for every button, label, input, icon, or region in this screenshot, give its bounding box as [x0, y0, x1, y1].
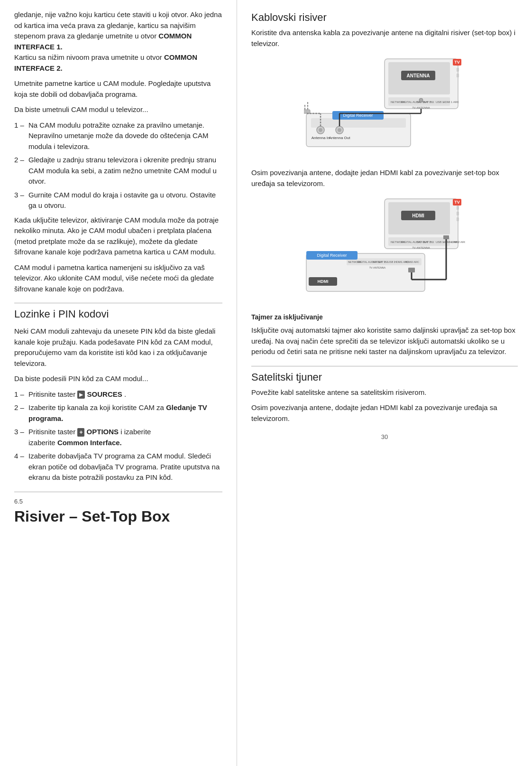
satelitski-title: Satelitski tjuner [251, 371, 518, 383]
cam-steps: 1 – Na CAM modulu potražite oznake za pr… [14, 120, 222, 211]
sat-para2: Osim povezivanja antene, dodajte jedan H… [251, 402, 518, 424]
para3: Da biste umetnuli CAM modul u televizor.… [14, 104, 222, 115]
step2-text: Gledajte u zadnju stranu televizora i ok… [28, 155, 222, 187]
divider-2 [14, 492, 222, 492]
step-l3-text: Pritisnite taster [28, 428, 75, 436]
svg-text:Digital Receiver: Digital Receiver [317, 253, 347, 258]
svg-point-18 [419, 98, 423, 102]
svg-text:Antenna Out: Antenna Out [329, 136, 351, 140]
page-number: 30 [251, 433, 518, 440]
pin-step-1: 1 – Pritisnite taster ▶ SOURCES . [14, 389, 222, 400]
common-interface-menu-label: Common Interface. [57, 439, 122, 447]
sources-icon: ▶ [77, 391, 85, 399]
svg-rect-11 [457, 68, 459, 72]
svg-text:TV ANTENNA: TV ANTENNA [412, 246, 430, 249]
pin-step-3: 3 – Pritisnite taster + OPTIONS i izaber… [14, 427, 222, 448]
antenna-diagram-svg: NETWORK DIGITAL AUDIO OUT SAT 1 SAT 2 75… [304, 56, 465, 161]
svg-rect-44 [457, 206, 459, 210]
svg-text:TV ANTENNA: TV ANTENNA [369, 266, 386, 269]
svg-text:HDMI: HDMI [412, 213, 424, 218]
hdmi-diagram: HDMI TV NETWORK DIGITAL AUDIO OUT SAT 1 … [251, 196, 518, 306]
svg-point-22 [319, 128, 322, 132]
svg-text:HDMI 2 ARC: HDMI 2 ARC [450, 241, 465, 243]
intro-text2: Karticu sa nižim nivoom prava umetnite u… [14, 53, 162, 61]
svg-text:TV: TV [454, 60, 460, 65]
tajmer-para: Isključite ovaj automatski tajmer ako ko… [251, 325, 518, 357]
kablovski-title: Kablovski risiver [251, 11, 518, 24]
svg-rect-46 [457, 217, 459, 221]
divider-1 [14, 303, 222, 303]
lozinke-para1: Neki CAM moduli zahtevaju da unesete PIN… [14, 326, 222, 369]
step-l2-text: Izaberite tip kanala za koji koristite C… [28, 403, 164, 411]
options-label: OPTIONS [87, 428, 119, 436]
sat-para1: Povežite kabl satelitske antene sa satel… [251, 387, 518, 398]
lozinke-title: Lozinke i PIN kodovi [14, 308, 222, 320]
step-l3b-text: i izaberite [120, 428, 151, 436]
right-column: Kablovski risiver Koristite dva antenska… [237, 0, 532, 766]
step-3: 3 – Gurnite CAM modul do kraja i ostavit… [14, 190, 222, 211]
svg-text:75Ω: 75Ω [429, 101, 434, 103]
svg-rect-70 [408, 268, 415, 272]
step-l1-text: Pritisnite taster [28, 390, 75, 398]
tajmer-title: Tajmer za isključivanje [251, 312, 518, 322]
para4: Kada uključite televizor, aktiviranje CA… [14, 215, 222, 258]
svg-text:TV: TV [454, 200, 460, 205]
kablov-para2: Osim povezivanja antene, dodajte jedan H… [251, 168, 518, 189]
antenna-diagram: NETWORK DIGITAL AUDIO OUT SAT 1 SAT 2 75… [251, 56, 518, 161]
svg-text:HDMI 1 ARC: HDMI 1 ARC [443, 101, 459, 103]
svg-text:HDMI: HDMI [318, 279, 329, 284]
step-l4-text: Izaberite dobavljača TV programa za CAM … [28, 451, 222, 483]
para5: CAM modul i pametna kartica namenjeni su… [14, 262, 222, 295]
kablov-para1: Koristite dva antenska kabla za poveziva… [251, 28, 518, 49]
svg-text:HDMI2 ARC: HDMI2 ARC [405, 261, 419, 263]
risiver-title: Risiver – Set-Top Box [14, 508, 222, 525]
step3-text: Gurnite CAM modul do kraja i ostavite ga… [28, 190, 222, 211]
step-1: 1 – Na CAM modulu potražite oznake za pr… [14, 120, 222, 152]
left-column: gledanje, nije važno koju karticu ćete s… [0, 0, 237, 766]
divider-right [251, 366, 518, 366]
pin-steps: 1 – Pritisnite taster ▶ SOURCES . 2 – Iz… [14, 389, 222, 483]
pin-step-4: 4 – Izaberite dobavljača TV programa za … [14, 451, 222, 483]
intro-para1: gledanje, nije važno koju karticu ćete s… [14, 9, 222, 74]
step-2: 2 – Gledajte u zadnju stranu televizora … [14, 155, 222, 187]
para2: Umetnite pametne kartice u CAM module. P… [14, 78, 222, 100]
lozinke-para2: Da biste podesili PIN kôd za CAM modul..… [14, 374, 222, 384]
sources-label: SOURCES [87, 390, 122, 398]
svg-rect-45 [457, 212, 459, 215]
svg-rect-12 [457, 74, 459, 77]
section-number: 6.5 [14, 497, 222, 506]
svg-text:ANTENNA: ANTENNA [407, 73, 430, 78]
svg-text:75Ω: 75Ω [429, 241, 434, 243]
svg-point-24 [338, 128, 341, 132]
pin-step-2: 2 – Izaberite tip kanala za koji koristi… [14, 402, 222, 424]
svg-text:Antenna In: Antenna In [312, 136, 330, 140]
step1-text: Na CAM modulu potražite oznake za pravil… [28, 120, 222, 152]
options-icon: + [77, 428, 84, 437]
hdmi-diagram-svg: HDMI TV NETWORK DIGITAL AUDIO OUT SAT 1 … [304, 196, 465, 306]
svg-rect-56 [443, 235, 449, 239]
